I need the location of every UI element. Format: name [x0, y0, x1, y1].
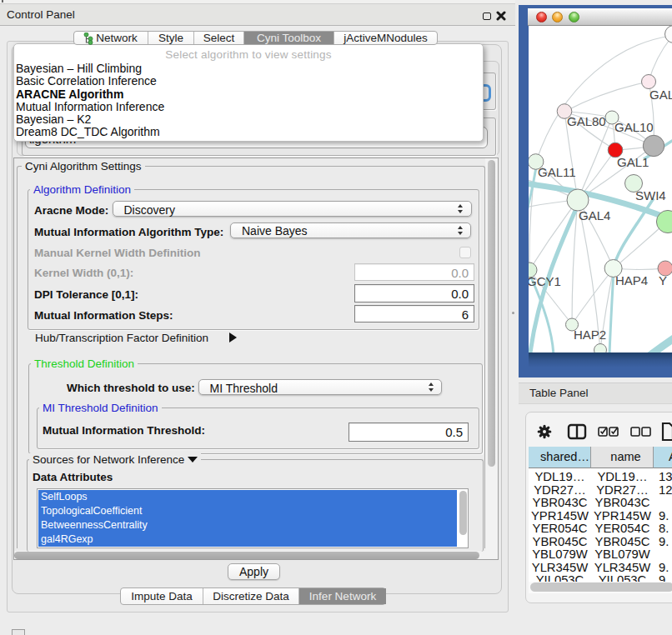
svg-text:GAL4: GAL4 [579, 208, 610, 222]
svg-text:GCY1: GCY1 [529, 274, 561, 288]
svg-text:Y: Y [659, 273, 667, 288]
svg-text:SWI4: SWI4 [635, 188, 666, 202]
svg-text:GAL11: GAL11 [538, 165, 576, 179]
svg-text:GAL1: GAL1 [617, 155, 649, 169]
svg-text:GAL10: GAL10 [614, 120, 654, 134]
svg-text:HAP2: HAP2 [574, 328, 606, 342]
svg-text:HAP4: HAP4 [615, 273, 648, 288]
svg-text:GAL7: GAL7 [649, 88, 672, 102]
svg-text:GAL80: GAL80 [567, 114, 606, 128]
